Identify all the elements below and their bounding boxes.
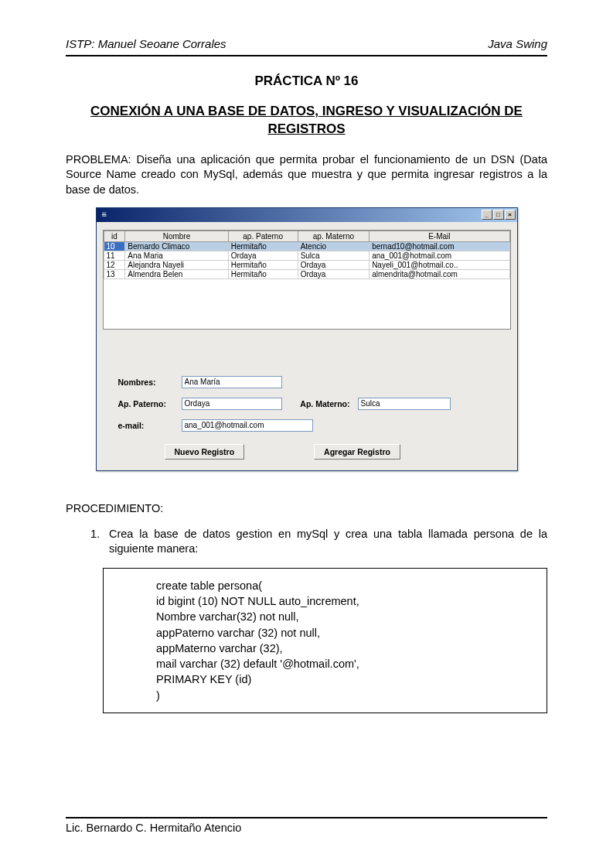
page-footer: Lic. Bernardo C. Hermitaño Atencio: [66, 817, 547, 834]
table-cell: 10: [104, 241, 125, 251]
label-nombres: Nombres:: [118, 378, 174, 387]
problem-text: PROBLEMA: Diseña una aplicación que perm…: [66, 152, 547, 198]
close-button[interactable]: ×: [505, 210, 516, 220]
table-cell: ana_001@hotmail.com: [370, 251, 509, 260]
header-rule: [66, 55, 547, 56]
input-nombres[interactable]: [182, 376, 282, 388]
table-cell: Nayeli_001@hotmail.co..: [370, 260, 509, 269]
table-row[interactable]: 10Bernardo ClimacoHermitañoAtenciobernad…: [104, 241, 509, 251]
table-cell: Atencio: [298, 241, 370, 251]
code-line: create table persona(: [156, 578, 537, 593]
practice-number: PRÁCTICA Nº 16: [66, 73, 547, 89]
minimize-button[interactable]: _: [482, 210, 492, 220]
table-cell: Ordaya: [298, 269, 370, 279]
column-header[interactable]: ap. Paterno: [228, 231, 298, 241]
table-row[interactable]: 11Ana MariaOrdayaSulcaana_001@hotmail.co…: [104, 251, 509, 260]
window-controls: _ □ ×: [482, 210, 516, 220]
table-cell: Hermitaño: [228, 241, 298, 251]
label-materno: Ap. Materno:: [290, 399, 350, 408]
form: Nombres: Ap. Paterno: Ap. Materno: e-mai…: [103, 376, 511, 460]
data-table[interactable]: idNombreap. Paternoap. MaternoE-Mail 10B…: [103, 230, 511, 330]
table-cell: bernad10@hotmail.com: [370, 241, 509, 251]
code-line: PRIMARY KEY (id): [156, 672, 537, 687]
code-line: appMaterno varchar (32),: [156, 641, 537, 656]
table-cell: almendrita@hotmail.com: [370, 269, 509, 279]
header-right: Java Swing: [488, 37, 547, 50]
footer-author: Lic. Bernardo C. Hermitaño Atencio: [66, 822, 547, 834]
input-email[interactable]: [182, 419, 313, 432]
table-cell: Hermitaño: [228, 260, 298, 269]
input-paterno[interactable]: [182, 398, 282, 410]
code-line: Nombre varchar(32) not null,: [156, 609, 537, 624]
procedure-heading: PROCEDIMIENTO:: [66, 502, 547, 514]
practice-title: CONEXIÓN A UNA BASE DE DATOS, INGRESO Y …: [66, 103, 547, 138]
java-icon: ≝: [100, 210, 109, 220]
code-line: ): [156, 688, 537, 703]
procedure-list: Crea la base de datos gestion en mySql y…: [66, 527, 547, 557]
table-cell: Alejandra Nayeli: [125, 260, 228, 269]
column-header[interactable]: E-Mail: [370, 231, 509, 241]
label-paterno: Ap. Paterno:: [118, 399, 174, 408]
agregar-registro-button[interactable]: Agregar Registro: [314, 444, 400, 460]
table-cell: Almendra Belen: [125, 269, 228, 279]
code-line: mail varchar (32) default '@hotmail.com'…: [156, 656, 537, 672]
input-materno[interactable]: [358, 398, 451, 410]
table-cell: 13: [104, 269, 125, 279]
table-cell: Ana Maria: [125, 251, 228, 260]
label-email: e-mail:: [118, 421, 174, 430]
maximize-button[interactable]: □: [493, 210, 504, 220]
code-line: appPaterno varchar (32) not null,: [156, 625, 537, 641]
table-cell: Ordaya: [298, 260, 370, 269]
table-row[interactable]: 13Almendra BelenHermitañoOrdayaalmendrit…: [104, 269, 509, 279]
table-cell: Hermitaño: [228, 269, 298, 279]
table-cell: 11: [104, 251, 125, 260]
table-row[interactable]: 12Alejandra NayeliHermitañoOrdayaNayeli_…: [104, 260, 509, 269]
code-line: id bigint (10) NOT NULL auto_increment,: [156, 593, 537, 609]
footer-rule: [66, 817, 547, 818]
column-header[interactable]: id: [104, 231, 125, 241]
table-cell: 12: [104, 260, 125, 269]
header-left: ISTP: Manuel Seoane Corrales: [66, 37, 226, 50]
swing-window: ≝ _ □ × idNombreap. Paternoap. MaternoE-…: [96, 207, 518, 471]
table-cell: Bernardo Climaco: [125, 241, 228, 251]
nuevo-registro-button[interactable]: Nuevo Registro: [165, 444, 245, 460]
column-header[interactable]: Nombre: [125, 231, 228, 241]
column-header[interactable]: ap. Materno: [298, 231, 370, 241]
table-cell: Ordaya: [228, 251, 298, 260]
procedure-item-1: Crea la base de datos gestion en mySql y…: [103, 527, 547, 557]
page-header: ISTP: Manuel Seoane Corrales Java Swing: [66, 37, 547, 55]
window-titlebar: ≝ _ □ ×: [97, 208, 517, 222]
table-cell: Sulca: [298, 251, 370, 260]
sql-code-box: create table persona(id bigint (10) NOT …: [103, 568, 547, 713]
